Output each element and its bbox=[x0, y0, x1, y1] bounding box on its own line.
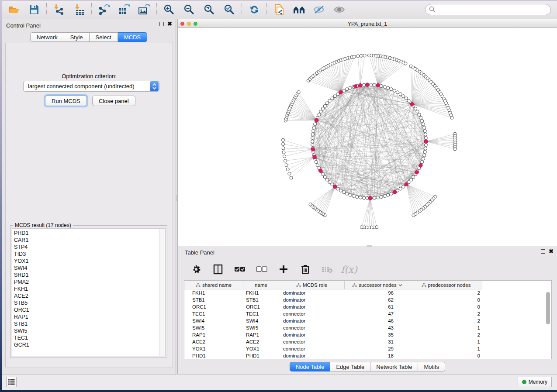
main-toolbar bbox=[2, 1, 557, 18]
function-builder-icon: f(x) bbox=[343, 263, 355, 275]
table-scrollbar[interactable] bbox=[546, 282, 550, 357]
list-item[interactable]: YOX1 bbox=[14, 258, 29, 265]
tab-network-table[interactable]: Network Table bbox=[370, 362, 418, 371]
tab-node-table[interactable]: Node Table bbox=[290, 362, 331, 371]
zoom-out-icon[interactable] bbox=[183, 3, 195, 16]
list-item[interactable]: SRD1 bbox=[14, 272, 29, 279]
table-row[interactable]: PHD1PHD1dominator180 bbox=[184, 352, 551, 359]
table-cell: ACE2 bbox=[184, 338, 243, 345]
table-cell: 61 bbox=[345, 303, 410, 310]
sort-descending-icon bbox=[398, 284, 402, 286]
export-network-icon[interactable] bbox=[98, 3, 110, 16]
list-item[interactable]: STB5 bbox=[14, 299, 29, 306]
attribute-type-icon bbox=[296, 283, 301, 287]
network-window-titlebar[interactable]: YPA_prune.txt_1 bbox=[178, 20, 557, 28]
list-item[interactable]: SWI5 bbox=[14, 327, 29, 334]
column-header-MCDS-role[interactable]: MCDS role bbox=[279, 281, 345, 289]
list-icon bbox=[8, 379, 15, 385]
export-image-icon[interactable] bbox=[138, 3, 150, 16]
close-panel-icon[interactable]: ✖ bbox=[167, 22, 172, 26]
save-icon[interactable] bbox=[28, 3, 40, 16]
tab-motifs[interactable]: Motifs bbox=[418, 362, 445, 371]
tab-edge-table[interactable]: Edge Table bbox=[330, 362, 370, 371]
table-row[interactable]: ACE2ACE2connector311 bbox=[184, 338, 551, 345]
import-table-icon[interactable] bbox=[73, 3, 85, 16]
list-item[interactable]: TEC1 bbox=[14, 334, 29, 341]
copy-style-icon[interactable] bbox=[273, 3, 285, 16]
show-all-icon[interactable] bbox=[333, 3, 346, 16]
memory-button[interactable]: Memory bbox=[518, 377, 552, 387]
select-all-icon[interactable] bbox=[234, 263, 246, 275]
float-panel-icon[interactable] bbox=[159, 22, 164, 26]
deselect-all-icon[interactable] bbox=[256, 263, 268, 275]
add-column-icon[interactable] bbox=[277, 263, 290, 275]
table-cell: 0 bbox=[410, 296, 482, 303]
list-item[interactable]: ORC1 bbox=[14, 306, 29, 313]
column-header-name[interactable]: name bbox=[243, 281, 279, 289]
list-item[interactable]: CAR1 bbox=[14, 237, 29, 244]
list-item[interactable]: STB1 bbox=[14, 320, 29, 327]
search-input[interactable] bbox=[436, 7, 547, 13]
list-item[interactable]: GCR1 bbox=[14, 341, 29, 348]
column-header-successor-nodes[interactable]: successor nodes bbox=[345, 281, 410, 289]
refresh-icon[interactable] bbox=[248, 3, 260, 16]
table-row[interactable]: TEC1TEC1connector472 bbox=[184, 310, 551, 317]
list-item[interactable]: FKH1 bbox=[14, 285, 29, 292]
list-item[interactable]: STP4 bbox=[14, 244, 29, 251]
search-field[interactable] bbox=[425, 4, 551, 15]
table-cell: ORC1 bbox=[184, 303, 243, 310]
run-mcds-button[interactable]: Run MCDS bbox=[45, 96, 87, 106]
close-panel-icon[interactable]: ✖ bbox=[549, 249, 554, 254]
table-row[interactable]: FKH1FKH1dominator962 bbox=[184, 289, 551, 296]
list-item[interactable]: RAP1 bbox=[14, 313, 29, 320]
network-view[interactable] bbox=[178, 28, 557, 246]
tab-select[interactable]: Select bbox=[90, 32, 118, 42]
column-header-predecessor-nodes[interactable]: predecessor nodes bbox=[410, 281, 482, 289]
table-row[interactable]: STB1STB1dominator620 bbox=[184, 296, 551, 303]
splitter-handle[interactable] bbox=[176, 195, 177, 201]
list-item[interactable]: ACE2 bbox=[14, 292, 29, 299]
table-row[interactable]: SWI5SWI5connector431 bbox=[184, 324, 551, 331]
task-history-button[interactable] bbox=[6, 377, 17, 387]
zoom-fit-icon[interactable] bbox=[203, 3, 215, 16]
tab-network[interactable]: Network bbox=[30, 32, 64, 42]
tab-mcds[interactable]: MCDS bbox=[118, 32, 147, 42]
table-toolbar: f(x) bbox=[184, 259, 552, 279]
table-cell: 1 bbox=[410, 338, 482, 345]
table-cell: 43 bbox=[345, 324, 410, 331]
table-cell: connector bbox=[279, 324, 345, 331]
table-cell: FKH1 bbox=[243, 289, 279, 296]
node-table[interactable]: shared namenameMCDS rolesuccessor nodesp… bbox=[184, 280, 552, 359]
scrollbar-thumb[interactable] bbox=[546, 292, 550, 324]
table-cell: SWI5 bbox=[243, 324, 279, 331]
import-network-icon[interactable] bbox=[53, 3, 65, 16]
list-item[interactable]: SWI4 bbox=[14, 265, 29, 272]
show-columns-icon[interactable] bbox=[212, 263, 224, 275]
export-table-icon[interactable] bbox=[118, 3, 130, 16]
table-row[interactable]: YOX1YOX1connector291 bbox=[184, 345, 551, 352]
mcds-result-list[interactable]: PHD1CAR1STP4TID3YOX1SWI4SRD1PMA2FKH1ACE2… bbox=[12, 228, 166, 356]
optimization-criterion-select[interactable]: largest connected component (undirected) bbox=[23, 81, 159, 92]
table-row[interactable]: ORC1ORC1dominator610 bbox=[184, 303, 551, 310]
tab-style[interactable]: Style bbox=[64, 32, 90, 42]
float-panel-icon[interactable] bbox=[541, 249, 545, 254]
column-header-shared-name[interactable]: shared name bbox=[184, 281, 243, 289]
table-settings-gear-icon[interactable] bbox=[190, 263, 202, 275]
network-graph[interactable] bbox=[178, 28, 557, 246]
delete-column-icon[interactable] bbox=[299, 263, 311, 275]
zoom-selected-icon[interactable] bbox=[223, 3, 235, 16]
hide-selected-icon[interactable] bbox=[313, 3, 325, 16]
open-folder-icon[interactable] bbox=[8, 3, 20, 16]
list-item[interactable]: TID3 bbox=[14, 251, 29, 258]
mcds-result-title: MCDS result (17 nodes) bbox=[13, 222, 73, 228]
mcds-list-scrollbar[interactable] bbox=[159, 229, 165, 356]
first-neighbors-icon[interactable] bbox=[293, 3, 305, 16]
table-row[interactable]: RAP1RAP1dominator352 bbox=[184, 331, 551, 338]
table-row[interactable]: SWI4SWI4dominator462 bbox=[184, 317, 551, 324]
list-item[interactable]: PHD1 bbox=[14, 230, 29, 237]
close-panel-button[interactable]: Close panel bbox=[92, 96, 135, 106]
horizontal-splitter-handle[interactable] bbox=[367, 245, 372, 247]
table-panel-tabs: Node Table Edge Table Network Table Moti… bbox=[178, 362, 557, 371]
zoom-in-icon[interactable] bbox=[163, 3, 175, 16]
list-item[interactable]: PMA2 bbox=[14, 279, 29, 285]
